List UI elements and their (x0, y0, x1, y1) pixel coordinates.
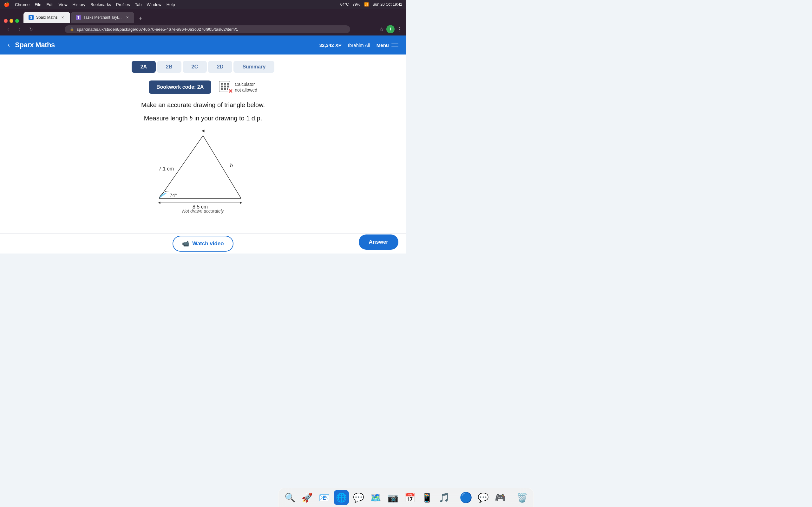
menu-file[interactable]: File (35, 2, 41, 7)
menubar-left: 🍎 Chrome File Edit View History Bookmark… (4, 2, 175, 7)
tasks-favicon: T (76, 15, 81, 20)
url-text[interactable]: sparxmaths.uk/student/package/d6746b70-e… (77, 27, 238, 32)
minimize-window-btn[interactable] (9, 19, 13, 23)
bottom-bar: 📹 Watch video Answer (0, 233, 406, 253)
back-button[interactable]: ‹ (4, 25, 13, 34)
calculator-icon: ✕ (219, 81, 232, 94)
xp-display: 32,342 XP (319, 43, 342, 48)
clock: Sun 20 Oct 19:42 (373, 2, 402, 7)
calculator-not-allowed: not allowed (235, 87, 257, 93)
address-bar: ‹ › ↻ 🔒 sparxmaths.uk/student/package/d6… (0, 23, 406, 36)
triangle-diagram: 7.1 cm b 74° 8.5 cm (140, 129, 266, 212)
question-line2-pre: Measure length (144, 115, 189, 122)
question-area: Make an accurate drawing of triangle bel… (0, 100, 406, 123)
security-icon: 🔒 (70, 27, 74, 32)
battery-status: 79% (353, 2, 360, 7)
close-window-btn[interactable] (4, 19, 8, 23)
tab-close-tasks[interactable]: ✕ (125, 15, 129, 20)
menu-button[interactable]: Menu (376, 43, 398, 48)
menu-window[interactable]: Window (147, 2, 161, 7)
forward-button[interactable]: › (15, 25, 24, 34)
task-tabs: 2A 2B 2C 2D Summary (0, 55, 406, 78)
question-line2: Measure length b in your drawing to 1 d.… (13, 113, 393, 123)
question-line2-post: in your drawing to 1 d.p. (193, 115, 262, 122)
apple-menu[interactable]: 🍎 (4, 2, 10, 7)
main-content: 2A 2B 2C 2D Summary Bookwork code: 2A (0, 55, 406, 253)
browser-chrome: S Sparx Maths ✕ T Tasks Merchant Taylors… (0, 9, 406, 36)
traffic-lights (4, 19, 19, 23)
menu-label: Menu (376, 43, 389, 48)
hamburger-icon (392, 43, 398, 47)
url-bar[interactable]: 🔒 sparxmaths.uk/student/package/d6746b70… (65, 25, 350, 33)
variable-b: b (189, 115, 193, 122)
wifi-icon: 📶 (364, 2, 369, 7)
calculator-info: ✕ Calculator not allowed (219, 81, 257, 94)
triangle-svg: 7.1 cm b 74° 8.5 cm (140, 129, 266, 212)
bookwork-area: Bookwork code: 2A ✕ Calculator no (0, 80, 406, 94)
tab-2a[interactable]: 2A (132, 61, 156, 73)
calculator-status-text: Calculator not allowed (235, 81, 257, 93)
username-display: Ibrahim Ali (348, 43, 370, 48)
question-line1: Make an accurate drawing of triangle bel… (13, 100, 393, 110)
sparx-logo: Sparx Maths (15, 41, 55, 49)
video-icon: 📹 (182, 240, 189, 247)
menu-profiles[interactable]: Profiles (116, 2, 130, 7)
menu-help[interactable]: Help (166, 2, 175, 7)
menu-edit[interactable]: Edit (46, 2, 53, 7)
tab-sparx[interactable]: S Sparx Maths ✕ (23, 12, 70, 23)
back-nav-button[interactable]: ‹ (8, 41, 10, 49)
header-right: 32,342 XP Ibrahim Ali Menu (319, 43, 398, 48)
menu-view[interactable]: View (59, 2, 67, 7)
profile-avatar[interactable]: I (386, 25, 395, 33)
left-side-label: 7.1 cm (159, 166, 174, 171)
sparx-header: ‹ Sparx Maths 32,342 XP Ibrahim Ali Menu (0, 36, 406, 55)
more-options-icon[interactable]: ⋮ (397, 26, 402, 32)
tab-close-sparx[interactable]: ✕ (60, 15, 65, 20)
tab-summary[interactable]: Summary (234, 61, 274, 73)
watch-video-label: Watch video (192, 240, 224, 247)
tab-2c[interactable]: 2C (183, 61, 207, 73)
mac-menubar: 🍎 Chrome File Edit View History Bookmark… (0, 0, 406, 9)
new-tab-button[interactable]: + (136, 14, 145, 23)
menu-bookmarks[interactable]: Bookmarks (90, 2, 111, 7)
browser-actions: ☆ I ⋮ (379, 25, 402, 33)
bookwork-badge: Bookwork code: 2A (149, 80, 211, 94)
maximize-window-btn[interactable] (15, 19, 19, 23)
logo-area: ‹ Sparx Maths (8, 41, 55, 49)
tab-2d[interactable]: 2D (208, 61, 232, 73)
tab-2b[interactable]: 2B (157, 61, 181, 73)
reload-button[interactable]: ↻ (27, 25, 36, 34)
tab-tasks-label: Tasks Merchant Taylors Scho... (84, 15, 123, 20)
calculator-label: Calculator (235, 81, 257, 87)
sparx-favicon: S (29, 15, 34, 20)
menu-chrome[interactable]: Chrome (15, 2, 30, 7)
menu-history[interactable]: History (72, 2, 85, 7)
tab-sparx-label: Sparx Maths (36, 15, 57, 20)
tab-bar: S Sparx Maths ✕ T Tasks Merchant Taylors… (0, 9, 406, 23)
tab-tasks[interactable]: T Tasks Merchant Taylors Scho... ✕ (71, 12, 134, 23)
calculator-x-icon: ✕ (228, 88, 233, 95)
menubar-right: 64°C 79% 📶 Sun 20 Oct 19:42 (340, 2, 402, 7)
right-side-label: b (230, 162, 233, 169)
menu-tab[interactable]: Tab (135, 2, 142, 7)
angle-label: 74° (170, 192, 177, 198)
answer-button[interactable]: Answer (359, 234, 398, 250)
watch-video-button[interactable]: 📹 Watch video (172, 236, 234, 251)
bookmark-icon[interactable]: ☆ (379, 26, 384, 32)
cpu-temp: 64°C (340, 2, 349, 7)
triangle-right-side (203, 135, 241, 199)
base-label: 8.5 cm (193, 204, 208, 210)
